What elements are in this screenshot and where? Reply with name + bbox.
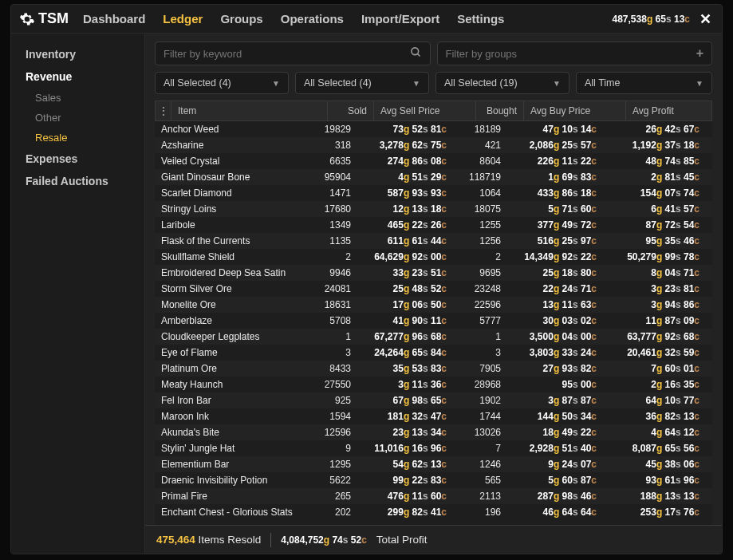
- item-name: Monelite Ore: [155, 299, 311, 310]
- avg-profit: 8g 04s 71c: [609, 267, 712, 278]
- table-row[interactable]: Laribole1349465g 22s 26c1255377g 49s 72c…: [155, 217, 712, 233]
- nav-settings[interactable]: Settings: [457, 12, 504, 26]
- avg-sell: 24,264g 65s 84c: [357, 347, 459, 358]
- col-avg-sell[interactable]: Avg Sell Price: [374, 101, 476, 120]
- nav-importexport[interactable]: Import/Export: [361, 12, 439, 26]
- col-item[interactable]: Item: [171, 101, 328, 120]
- col-sold[interactable]: Sold: [328, 101, 374, 120]
- nav-groups[interactable]: Groups: [220, 12, 262, 26]
- nav-ledger[interactable]: Ledger: [163, 12, 203, 26]
- sold-qty: 1295: [311, 459, 357, 470]
- filter-dropdown-1[interactable]: All Selected (4)▼: [155, 72, 289, 94]
- keyword-filter[interactable]: [155, 41, 431, 65]
- avg-buy: 2,928g 51s 40c: [507, 443, 609, 454]
- avg-buy: 14,349g 92s 22c: [507, 251, 609, 262]
- filter-dropdown-2[interactable]: All Selected (4)▼: [295, 72, 429, 94]
- table-row[interactable]: Elementium Bar129554g 62s 13c12469g 24s …: [155, 456, 712, 472]
- table-row[interactable]: Draenic Invisibility Potion562299g 22s 8…: [155, 472, 712, 488]
- table-row[interactable]: Meaty Haunch275503g 11s 36c2896895s 00c2…: [155, 377, 712, 392]
- groups-input[interactable]: [446, 48, 696, 60]
- avg-sell: 3g 11s 36c: [357, 379, 459, 390]
- table-row[interactable]: Azsharine3183,278g 62s 75c4212,086g 25s …: [155, 137, 712, 153]
- close-button[interactable]: ✕: [696, 10, 714, 28]
- table-row[interactable]: Stylin' Jungle Hat911,016g 16s 96c72,928…: [155, 440, 712, 456]
- table-row[interactable]: Primal Fire265476g 11s 60c2113287g 98s 4…: [155, 488, 712, 504]
- nav-dashboard[interactable]: Dashboard: [83, 12, 145, 26]
- table-body[interactable]: Anchor Weed1982973g 52s 81c1818947g 10s …: [155, 121, 712, 525]
- table-row[interactable]: Giant Dinosaur Bone959044g 51s 29c118719…: [155, 169, 712, 185]
- table-row[interactable]: Maroon Ink1594181g 32s 47c1744144g 50s 3…: [155, 408, 712, 424]
- avg-sell: 3,278g 62s 75c: [357, 140, 459, 151]
- table-row[interactable]: Skullflame Shield264,629g 92s 00c214,349…: [155, 249, 712, 265]
- avg-sell: 99g 22s 83c: [357, 475, 459, 486]
- table-row[interactable]: Storm Silver Ore2408125g 48s 52c2324822g…: [155, 281, 712, 297]
- column-menu-icon[interactable]: ⋮: [156, 101, 171, 120]
- table-row[interactable]: Akunda's Bite1259623g 13s 34c1302618g 49…: [155, 424, 712, 440]
- keyword-input[interactable]: [164, 48, 410, 60]
- avg-buy: 3g 87s 87c: [507, 395, 609, 406]
- avg-profit: 11g 87s 09c: [609, 315, 712, 326]
- table-row[interactable]: Scarlet Diamond1471587g 93s 93c1064433g …: [155, 185, 712, 201]
- gear-icon: [19, 11, 35, 27]
- item-name: Akunda's Bite: [155, 427, 311, 438]
- table-row[interactable]: Amberblaze570841g 90s 11c577730g 03s 02c…: [155, 313, 712, 329]
- item-name: Scarlet Diamond: [155, 187, 311, 199]
- avg-sell: 299g 82s 41c: [357, 507, 459, 518]
- avg-profit: 3g 94s 86c: [609, 299, 712, 310]
- table-row[interactable]: Fel Iron Bar92567g 98s 65c19023g 87s 87c…: [155, 392, 712, 408]
- avg-sell: 73g 52s 81c: [357, 124, 459, 135]
- bought-qty: 23248: [459, 283, 507, 294]
- table-row[interactable]: Monelite Ore1863117g 06s 50c2259613g 11s…: [155, 297, 712, 313]
- table-row[interactable]: Enchant Chest - Glorious Stats202299g 82…: [155, 504, 712, 520]
- sidebar-item-expenses[interactable]: Expenses: [11, 148, 144, 170]
- sold-qty: 1: [311, 331, 357, 342]
- bought-qty: 18189: [459, 124, 507, 135]
- avg-profit: 2g 16s 35c: [609, 379, 712, 390]
- table-row[interactable]: Stringy Loins1768012g 13s 18c180755g 71s…: [155, 201, 712, 217]
- tsm-window: TSM DashboardLedgerGroupsOperationsImpor…: [10, 4, 723, 554]
- sold-qty: 6635: [311, 156, 357, 167]
- sidebar-item-inventory[interactable]: Inventory: [11, 43, 144, 65]
- avg-buy: 144g 50s 34c: [507, 411, 609, 422]
- table-header: ⋮ Item Sold Avg Sell Price Bought Avg Bu…: [155, 101, 712, 121]
- avg-profit: 8,087g 65s 56c: [609, 443, 712, 454]
- avg-buy: 27g 93s 82c: [507, 363, 609, 374]
- avg-profit: 3g 23s 81c: [609, 283, 712, 294]
- table-row[interactable]: Flask of the Currents1135611g 61s 44c125…: [155, 233, 712, 249]
- sidebar-item-other[interactable]: Other: [11, 108, 144, 128]
- col-avg-buy[interactable]: Avg Buy Price: [524, 101, 626, 120]
- avg-buy: 5g 60s 87c: [507, 475, 609, 486]
- filter-dropdown-3[interactable]: All Selected (19)▼: [435, 72, 569, 94]
- filter-dropdown-time[interactable]: All Time▼: [576, 72, 712, 94]
- nav-operations[interactable]: Operations: [281, 12, 344, 26]
- col-bought[interactable]: Bought: [476, 101, 524, 120]
- sidebar-item-sales[interactable]: Sales: [11, 88, 144, 108]
- filters: + All Selected (4)▼ All Selected (4)▼ Al…: [145, 34, 722, 94]
- table-row[interactable]: Eye of Flame324,264g 65s 84c33,803g 33s …: [155, 345, 712, 361]
- plus-icon[interactable]: +: [696, 46, 703, 61]
- table-row[interactable]: Platinum Ore843335g 53s 83c790527g 93s 8…: [155, 361, 712, 377]
- table-row[interactable]: Veiled Crystal6635274g 86s 08c8604226g 1…: [155, 153, 712, 169]
- avg-buy: 3,803g 33s 24c: [507, 347, 609, 358]
- table-row[interactable]: Anchor Weed1982973g 52s 81c1818947g 10s …: [155, 121, 712, 137]
- sidebar: InventoryRevenueSalesOtherResaleExpenses…: [11, 34, 145, 554]
- main-panel: + All Selected (4)▼ All Selected (4)▼ Al…: [145, 34, 722, 554]
- sidebar-item-resale[interactable]: Resale: [11, 128, 144, 148]
- col-avg-profit[interactable]: Avg Profit: [626, 101, 711, 120]
- avg-buy: 287g 98s 46c: [507, 491, 609, 502]
- avg-sell: 25g 48s 52c: [357, 283, 459, 294]
- bought-qty: 1: [459, 331, 507, 342]
- sold-qty: 5708: [311, 315, 357, 326]
- table-row[interactable]: Embroidered Deep Sea Satin994633g 23s 51…: [155, 265, 712, 281]
- titlebar: TSM DashboardLedgerGroupsOperationsImpor…: [11, 5, 722, 34]
- avg-sell: 181g 32s 47c: [357, 411, 459, 422]
- groups-filter[interactable]: +: [437, 41, 713, 65]
- item-name: Azsharine: [155, 140, 311, 151]
- bought-qty: 13026: [459, 427, 507, 438]
- sidebar-item-revenue[interactable]: Revenue: [11, 65, 144, 88]
- avg-sell: 11,016g 16s 96c: [357, 443, 459, 454]
- sidebar-item-failed-auctions[interactable]: Failed Auctions: [11, 170, 144, 192]
- table-row[interactable]: Cloudkeeper Legplates167,277g 96s 68c13,…: [155, 329, 712, 345]
- avg-profit: 36g 82s 13c: [609, 411, 712, 422]
- avg-profit: 45g 38s 06c: [609, 459, 712, 470]
